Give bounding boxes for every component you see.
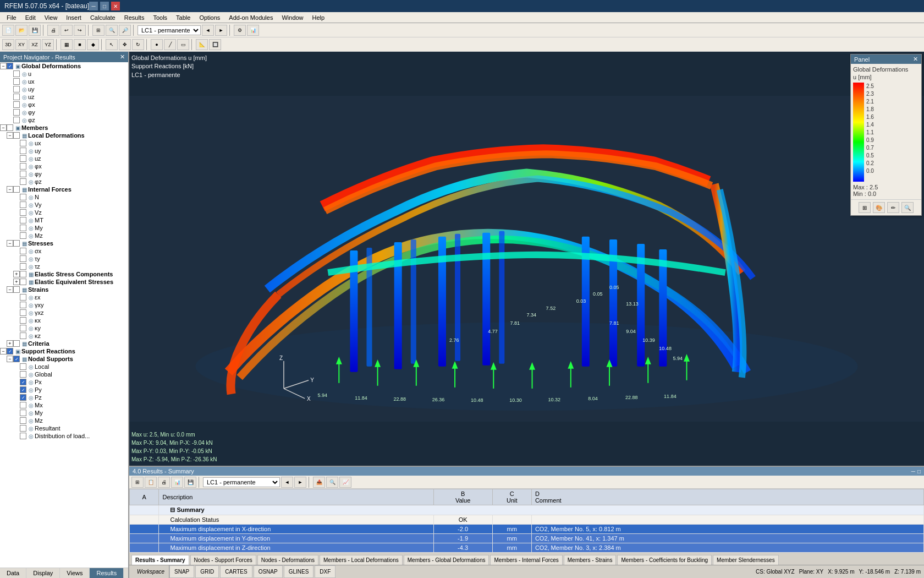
new-btn[interactable]: 📄 [2, 25, 14, 36]
tree-check-resultant[interactable] [20, 425, 26, 432]
menu-item-edit[interactable]: Edit [21, 13, 40, 22]
tree-expand-global-def[interactable]: − [0, 63, 7, 69]
tree-expand-criteria[interactable]: + [7, 340, 13, 347]
snap-btn[interactable]: 🔲 [209, 39, 221, 50]
tree-item-lphix[interactable]: ◎φx [0, 162, 128, 170]
tree-item-lphiz[interactable]: ◎φz [0, 178, 128, 186]
tree-check-N[interactable] [20, 194, 26, 200]
tree-item-distrib-load[interactable]: ◎Distribution of load... [0, 432, 128, 440]
tree-check-u[interactable] [13, 70, 20, 77]
results-minimize[interactable]: ─ [911, 468, 915, 475]
tree-check-phiy[interactable] [13, 109, 20, 116]
tree-item-tauz[interactable]: ◎τz [0, 263, 128, 270]
menu-item-insert[interactable]: Insert [62, 13, 86, 22]
tree-item-ux[interactable]: ◎ux [0, 78, 128, 85]
nav-tab-views[interactable]: Views [60, 568, 90, 578]
tree-item-nodal-supports[interactable]: −✓▦Nodal Supports [0, 355, 128, 363]
menu-item-view[interactable]: View [40, 13, 62, 22]
tree-check-tauy[interactable] [20, 255, 26, 262]
tree-check-lphiy[interactable] [20, 171, 26, 177]
tree-check-global[interactable] [20, 371, 26, 378]
tree-check-elastic-stress[interactable] [20, 271, 26, 277]
rt-btn2[interactable]: 📋 [145, 477, 157, 488]
navigator-close[interactable]: ✕ [120, 53, 125, 61]
tree-check-uy[interactable] [13, 86, 20, 92]
rt-next[interactable]: ► [294, 477, 306, 488]
rotate-btn[interactable]: ↻ [132, 39, 144, 50]
tree-item-elastic-equiv[interactable]: +▦Elastic Equivalent Stresses [0, 278, 128, 286]
print-btn[interactable]: 🖨 [47, 25, 59, 36]
tree-item-local-def[interactable]: −▦Local Deformations [0, 132, 128, 139]
tree-expand-nodal-supports[interactable]: − [7, 356, 13, 362]
tree-expand-stresses[interactable]: − [7, 240, 13, 247]
tab-nodes-deform[interactable]: Nodes - Deformations [257, 555, 318, 565]
tree-check-phix[interactable] [13, 101, 20, 108]
tree-item-gammxy[interactable]: ◎γxy [0, 301, 128, 309]
tree-check-global-def[interactable]: ✓ [7, 63, 13, 69]
tree-expand-support-reactions[interactable]: − [0, 348, 7, 355]
tree-item-kx[interactable]: ◎κx [0, 317, 128, 324]
rt-chart[interactable]: 📈 [339, 477, 351, 488]
dxf-btn[interactable]: DXF [315, 565, 336, 578]
tree-item-members[interactable]: −▣Members [0, 124, 128, 132]
tree-check-py[interactable]: ✓ [20, 386, 26, 393]
tree-expand-elastic-equiv[interactable]: + [13, 279, 20, 285]
grid-btn[interactable]: GRID [195, 565, 219, 578]
tab-member-slender[interactable]: Member Slendernesses [713, 555, 779, 565]
view3d-btn[interactable]: 3D [2, 39, 14, 50]
tree-item-stresses[interactable]: −▦Stresses [0, 239, 128, 247]
maximize-button[interactable]: □ [100, 2, 109, 10]
tree-item-My[interactable]: ◎My [0, 224, 128, 232]
move-btn[interactable]: ✥ [119, 39, 131, 50]
tree-check-ky[interactable] [20, 325, 26, 331]
tree-check-phiz[interactable] [13, 117, 20, 123]
tree-item-sigmax[interactable]: ◎σx [0, 247, 128, 255]
tree-check-gammxy[interactable] [20, 302, 26, 308]
panel-zoom[interactable]: 🔍 [901, 202, 914, 213]
rt-btn3[interactable]: 🖨 [158, 477, 170, 488]
menu-item-calculate[interactable]: Calculate [86, 13, 120, 22]
panel-tool-1[interactable]: ⊞ [859, 202, 871, 213]
surface-btn[interactable]: ▭ [177, 39, 189, 50]
tree-item-elastic-stress[interactable]: +▦Elastic Stress Components [0, 270, 128, 278]
tree-check-MT[interactable] [20, 217, 26, 223]
tree-expand-internal-forces[interactable]: − [7, 186, 13, 193]
tree-item-mz2[interactable]: ◎Mz [0, 417, 128, 424]
menu-item-file[interactable]: File [2, 13, 21, 22]
tree-check-tauz[interactable] [20, 263, 26, 270]
tab-members-local[interactable]: Members - Local Deformations [320, 555, 403, 565]
tree-item-resultant[interactable]: ◎Resultant [0, 424, 128, 432]
glines-btn[interactable]: GLINES [284, 565, 314, 578]
tree-item-lphiy[interactable]: ◎φy [0, 170, 128, 178]
tree-item-Mz[interactable]: ◎Mz [0, 232, 128, 239]
osnap-btn[interactable]: OSNAP [254, 565, 283, 578]
calc-btn[interactable]: ⚙ [234, 25, 246, 36]
tree-check-ux[interactable] [13, 78, 20, 85]
tree-check-mx[interactable] [20, 402, 26, 408]
tree-item-ky[interactable]: ◎κy [0, 324, 128, 332]
tab-members-strains[interactable]: Members - Strains [564, 555, 617, 565]
panel-close-btn[interactable]: ✕ [913, 56, 918, 63]
tree-item-mx[interactable]: ◎Mx [0, 401, 128, 409]
viewport-3d[interactable]: Global Deformations u [mm] Support React… [129, 52, 924, 466]
lc-combo[interactable]: LC1 - permanente [138, 25, 201, 35]
rt-export[interactable]: 📤 [313, 477, 325, 488]
zoom-in[interactable]: 🔍 [106, 25, 118, 36]
nav-tab-results[interactable]: Results [90, 568, 124, 578]
tree-item-phix[interactable]: ◎φx [0, 101, 128, 108]
tree-item-N[interactable]: ◎N [0, 193, 128, 201]
tree-item-Vz[interactable]: ◎Vz [0, 209, 128, 216]
tree-check-Mz[interactable] [20, 232, 26, 239]
rt-btn1[interactable]: ⊞ [131, 477, 144, 488]
viewxy-btn[interactable]: XY [15, 39, 28, 50]
nav-prev[interactable]: ◄ [202, 25, 214, 36]
tree-check-distrib-load[interactable] [20, 433, 26, 439]
tree-item-my2[interactable]: ◎My [0, 409, 128, 417]
tree-item-luz[interactable]: ◎uz [0, 155, 128, 162]
tree-item-uy[interactable]: ◎uy [0, 85, 128, 93]
menu-item-table[interactable]: Table [172, 13, 195, 22]
tree-item-internal-forces[interactable]: −▦Internal Forces [0, 186, 128, 193]
tree-item-py[interactable]: ✓◎Py [0, 386, 128, 394]
tree-check-My[interactable] [20, 225, 26, 231]
tree-item-strains[interactable]: −▦Strains [0, 286, 128, 293]
